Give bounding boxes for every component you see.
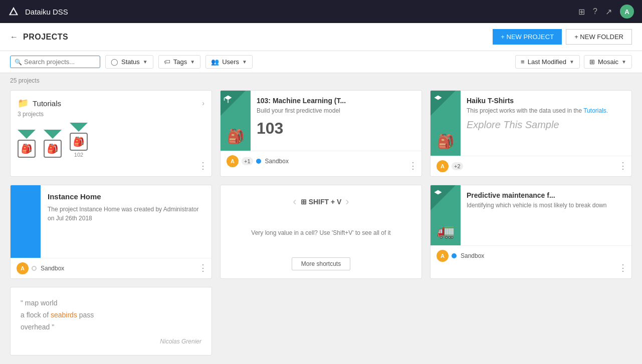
thumb-triangle-3 (70, 123, 88, 132)
more-shortcuts-button[interactable]: More shortcuts (292, 257, 350, 270)
svg-marker-5 (435, 96, 442, 100)
project-name: Haiku T-Shirts (467, 97, 625, 105)
instance-desc: The project Instance Home was created by… (48, 205, 204, 223)
status-filter[interactable]: ◯ Status ▼ (105, 55, 153, 69)
page-header: ← PROJECTS + NEW PROJECT + NEW FOLDER (0, 23, 642, 51)
status-dot (32, 266, 37, 271)
project-icon: 🚛 (437, 223, 455, 239)
project-number: 103 (257, 119, 415, 138)
view-select[interactable]: ⊞ Mosaic ▼ (584, 55, 632, 69)
top-nav: Dataiku DSS ⊞ ? ↗ A (0, 0, 642, 23)
nav-right: ⊞ ? ↗ A (578, 5, 634, 19)
folder-card[interactable]: 📁 Tutorials › 3 projects 🎒 🎒 🎒 102 ⋮ (10, 90, 212, 177)
user-avatar[interactable]: A (620, 5, 634, 19)
shortcut-nav: ‹ ⊞ SHIFT + V › (293, 195, 349, 208)
haiku-text: " map world a flock of seabirds pass ove… (21, 297, 201, 333)
help-icon[interactable]: ? (593, 7, 597, 16)
avatar-a: A (227, 155, 239, 167)
project-icon: 🎒 (227, 128, 245, 145)
project-menu-button[interactable]: ⋮ (618, 262, 627, 273)
users-icon: 👥 (211, 58, 219, 66)
instance-menu-button[interactable]: ⋮ (198, 262, 207, 273)
folder-icon: 📁 (18, 98, 29, 109)
project-menu-button[interactable]: ⋮ (618, 160, 627, 171)
project-card-haiku-tshirts[interactable]: 🎒 Haiku T-Shirts This project works with… (430, 90, 632, 177)
shortcut-title: ⊞ SHIFT + V (301, 198, 342, 206)
tutorials-link[interactable]: Tutorials. (583, 107, 608, 114)
status-dot (256, 159, 261, 164)
status-label: Sandbox (461, 252, 484, 259)
prev-shortcut-button[interactable]: ‹ (293, 195, 296, 208)
new-project-button[interactable]: + NEW PROJECT (493, 29, 562, 45)
users-label: Users (222, 58, 239, 66)
search-input[interactable] (24, 58, 94, 66)
sort-select[interactable]: ≡ Last Modified ▼ (515, 55, 580, 69)
thumb-number: 102 (74, 152, 83, 158)
project-menu-button[interactable]: ⋮ (408, 160, 417, 171)
avatar-a: A (17, 262, 29, 274)
nav-left: Dataiku DSS (8, 6, 68, 17)
avatar-a: A (437, 160, 449, 172)
header-right: + NEW PROJECT + NEW FOLDER (493, 29, 632, 45)
project-card-instance[interactable]: Instance Home The project Instance Home … (10, 185, 212, 279)
folder-count: 3 projects (18, 111, 204, 118)
shortcut-description: Very long value in a cell? Use 'Shift+V'… (249, 208, 392, 257)
folder-arrow: › (202, 99, 204, 107)
new-folder-button[interactable]: + NEW FOLDER (566, 29, 632, 45)
project-card-predictive[interactable]: 🚛 Predictive maintenance f... Identifyin… (430, 185, 632, 279)
dataiku-logo (8, 6, 19, 17)
haiku-line3: overhead " (21, 321, 201, 333)
project-footer: A +2 (431, 156, 631, 176)
status-dot (452, 253, 457, 258)
trend-icon[interactable]: ↗ (605, 7, 612, 17)
tags-filter[interactable]: 🏷 Tags ▼ (158, 55, 200, 69)
users-chevron: ▼ (242, 59, 247, 65)
status-label: Status (121, 58, 140, 66)
svg-marker-2 (225, 96, 232, 100)
users-filter[interactable]: 👥 Users ▼ (205, 55, 253, 69)
next-shortcut-button[interactable]: › (345, 195, 349, 208)
project-info: Haiku T-Shirts This project works with t… (461, 91, 631, 156)
cap-icon (224, 95, 233, 105)
view-label: Mosaic (598, 58, 618, 66)
sort-chevron: ▼ (569, 59, 574, 65)
instance-sidebar (11, 185, 41, 258)
status-label: Sandbox (265, 158, 289, 165)
haiku-hl-seabirds: seabirds (51, 311, 77, 319)
project-top: 🚛 Predictive maintenance f... Identifyin… (431, 185, 631, 245)
view-icon: ⊞ (589, 58, 595, 66)
sort-label: Last Modified (528, 58, 566, 66)
filters-bar: 🔍 ◯ Status ▼ 🏷 Tags ▼ 👥 Users ▼ ≡ Last M… (0, 51, 642, 73)
project-card-ml[interactable]: 🎒 103: Machine Learning (T... Build your… (220, 90, 422, 177)
project-accent: 🎒 (431, 91, 461, 156)
projects-grid: 📁 Tutorials › 3 projects 🎒 🎒 🎒 102 ⋮ (0, 86, 642, 363)
haiku-card: " map world a flock of seabirds pass ove… (10, 287, 212, 355)
tags-chevron: ▼ (190, 59, 195, 65)
folder-menu-button[interactable]: ⋮ (198, 160, 207, 171)
haiku-author: Nicolas Grenier (21, 338, 201, 345)
grid-icon[interactable]: ⊞ (578, 7, 585, 17)
search-icon: 🔍 (15, 59, 22, 66)
project-desc: Build your first predictive model (257, 107, 415, 115)
haiku-line2: a flock of seabirds pass (21, 309, 201, 321)
search-wrap[interactable]: 🔍 (10, 56, 100, 68)
thumb-icon-1: 🎒 (18, 140, 36, 158)
tags-label: Tags (173, 58, 187, 66)
avatar-plus: +1 (242, 157, 253, 165)
project-desc: This project works with the data used in… (467, 107, 625, 115)
avatar-plus: +2 (452, 162, 463, 170)
thumb-icon-3: 🎒 (70, 133, 88, 151)
tags-icon: 🏷 (164, 58, 170, 66)
project-icon: 🎒 (437, 133, 455, 150)
folder-name: Tutorials (33, 99, 198, 108)
project-accent: 🎒 (221, 91, 251, 151)
folder-thumbnails: 🎒 🎒 🎒 102 (18, 123, 204, 158)
project-accent: 🚛 (431, 185, 461, 245)
back-button[interactable]: ← (10, 33, 18, 42)
project-footer: A Sandbox (431, 245, 631, 266)
instance-footer: A Sandbox (11, 258, 211, 278)
projects-count: 25 projects (0, 73, 642, 86)
sort-icon: ≡ (521, 58, 525, 66)
thumb-icon-2: 🎒 (44, 140, 62, 158)
app-title: Dataiku DSS (25, 8, 68, 16)
